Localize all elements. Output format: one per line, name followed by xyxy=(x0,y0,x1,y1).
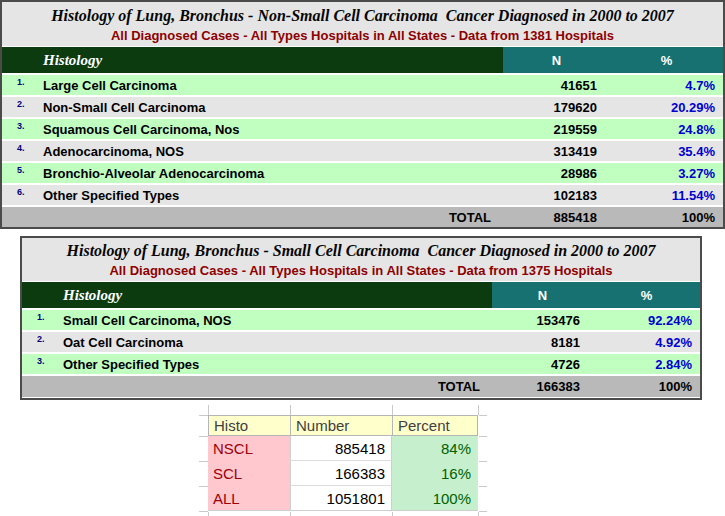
scl-subtitle: All Diagnosed Cases - All Types Hospital… xyxy=(22,263,700,279)
column-header-histology: Histology xyxy=(22,282,492,308)
table-row: 4. Adenocarcinoma, NOS 313419 35.4% xyxy=(2,141,723,161)
n-value: 28986 xyxy=(503,166,610,181)
nscl-table: Histology of Lung, Bronchus - Non-Small … xyxy=(0,0,725,229)
gridline xyxy=(478,512,479,516)
row-number: 3. xyxy=(22,354,63,366)
nscl-title-block: Histology of Lung, Bronchus - Non-Small … xyxy=(2,2,723,46)
histology-label: Large Cell Carcinoma xyxy=(43,78,503,93)
percent-value: 35.4% xyxy=(610,144,723,159)
n-value: 179620 xyxy=(503,100,610,115)
row-number: 2. xyxy=(22,332,63,344)
gridline xyxy=(199,436,208,437)
histology-label: Oat Cell Carcinoma xyxy=(63,335,492,350)
scl-table: Histology of Lung, Bronchus - Small Cell… xyxy=(20,236,702,400)
histology-label: Other Specified Types xyxy=(63,357,492,372)
gridline xyxy=(199,486,208,487)
n-value: 41651 xyxy=(503,78,610,93)
column-header-percent: % xyxy=(610,47,723,73)
scl-header-row: Histology N % xyxy=(22,282,700,308)
row-number: 4. xyxy=(2,141,43,153)
percent-value: 92.24% xyxy=(593,313,700,328)
gridline xyxy=(208,512,209,516)
summary-header-number: Number xyxy=(290,415,392,436)
summary-row: ALL 1051801 100% xyxy=(208,486,478,511)
total-label: TOTAL xyxy=(2,210,503,225)
gridline xyxy=(290,512,291,516)
table-row: 5. Bronchio-Alveolar Adenocarcinoma 2898… xyxy=(2,163,723,183)
table-row: 1. Small Cell Carcinoma, NOS 153476 92.2… xyxy=(22,310,700,330)
summary-histo: SCL xyxy=(208,461,290,486)
table-row: 3. Other Specified Types 4726 2.84% xyxy=(22,354,700,374)
n-value: 4726 xyxy=(492,357,593,372)
summary-histo: ALL xyxy=(208,486,290,511)
row-number: 1. xyxy=(22,310,63,322)
summary-number: 1051801 xyxy=(290,486,392,511)
summary-header-percent: Percent xyxy=(392,415,478,436)
gridline xyxy=(478,405,479,415)
gridline xyxy=(199,511,208,512)
table-row: 1. Large Cell Carcinoma 41651 4.7% xyxy=(2,75,723,95)
row-number: 2. xyxy=(2,97,43,109)
histology-label: Bronchio-Alveolar Adenocarcinoma xyxy=(43,166,503,181)
percent-value: 24.8% xyxy=(610,122,723,137)
scl-title-block: Histology of Lung, Bronchus - Small Cell… xyxy=(22,238,700,281)
total-percent: 100% xyxy=(610,210,723,225)
percent-value: 2.84% xyxy=(593,357,700,372)
column-header-histology: Histology xyxy=(2,47,503,73)
n-value: 313419 xyxy=(503,144,610,159)
summary-percent: 16% xyxy=(392,461,478,486)
histology-label: Other Specified Types xyxy=(43,188,503,203)
percent-value: 11.54% xyxy=(610,188,723,203)
summary-header-histo: Histo xyxy=(208,415,290,436)
table-row: 2. Oat Cell Carcinoma 8181 4.92% xyxy=(22,332,700,352)
gridline xyxy=(290,405,291,415)
gridline xyxy=(479,436,487,437)
gridline xyxy=(199,461,208,462)
page: Histology of Lung, Bronchus - Non-Small … xyxy=(0,0,725,516)
percent-value: 3.27% xyxy=(610,166,723,181)
total-row: TOTAL 166383 100% xyxy=(22,376,700,397)
percent-value: 20.29% xyxy=(610,100,723,115)
column-header-n: N xyxy=(503,47,610,73)
row-number: 1. xyxy=(2,75,43,87)
scl-title: Histology of Lung, Bronchus - Small Cell… xyxy=(22,239,700,263)
percent-value: 4.7% xyxy=(610,78,723,93)
histology-label: Adenocarcinoma, NOS xyxy=(43,144,503,159)
nscl-header-row: Histology N % xyxy=(2,47,723,73)
column-header-percent: % xyxy=(593,282,700,308)
summary-number: 885418 xyxy=(290,436,392,461)
summary-percent: 100% xyxy=(392,486,478,511)
n-value: 153476 xyxy=(492,313,593,328)
total-row: TOTAL 885418 100% xyxy=(2,207,723,228)
summary-row: SCL 166383 16% xyxy=(208,461,478,486)
table-row: 2. Non-Small Cell Carcinoma 179620 20.29… xyxy=(2,97,723,117)
histology-label: Non-Small Cell Carcinoma xyxy=(43,100,503,115)
summary-header-row: Histo Number Percent xyxy=(208,415,478,436)
nscl-subtitle: All Diagnosed Cases - All Types Hospital… xyxy=(2,28,723,44)
table-row: 6. Other Specified Types 102183 11.54% xyxy=(2,185,723,205)
n-value: 102183 xyxy=(503,188,610,203)
gridline xyxy=(392,405,393,415)
histology-label: Squamous Cell Carcinoma, Nos xyxy=(43,122,503,137)
total-percent: 100% xyxy=(593,379,700,394)
summary-row: NSCL 885418 84% xyxy=(208,436,478,461)
total-label: TOTAL xyxy=(22,379,492,394)
summary-percent: 84% xyxy=(392,436,478,461)
n-value: 8181 xyxy=(492,335,593,350)
nscl-title: Histology of Lung, Bronchus - Non-Small … xyxy=(2,4,723,28)
gridline xyxy=(392,512,393,516)
gridline xyxy=(479,461,487,462)
histology-label: Small Cell Carcinoma, NOS xyxy=(63,313,492,328)
gridline xyxy=(479,415,487,416)
row-number: 6. xyxy=(2,185,43,197)
total-n: 885418 xyxy=(503,210,610,225)
gridline xyxy=(479,511,487,512)
gridline xyxy=(208,405,209,415)
gridline xyxy=(199,415,208,416)
summary-histo: NSCL xyxy=(208,436,290,461)
n-value: 219559 xyxy=(503,122,610,137)
table-row: 3. Squamous Cell Carcinoma, Nos 219559 2… xyxy=(2,119,723,139)
column-header-n: N xyxy=(492,282,593,308)
summary-number: 166383 xyxy=(290,461,392,486)
row-number: 5. xyxy=(2,163,43,175)
